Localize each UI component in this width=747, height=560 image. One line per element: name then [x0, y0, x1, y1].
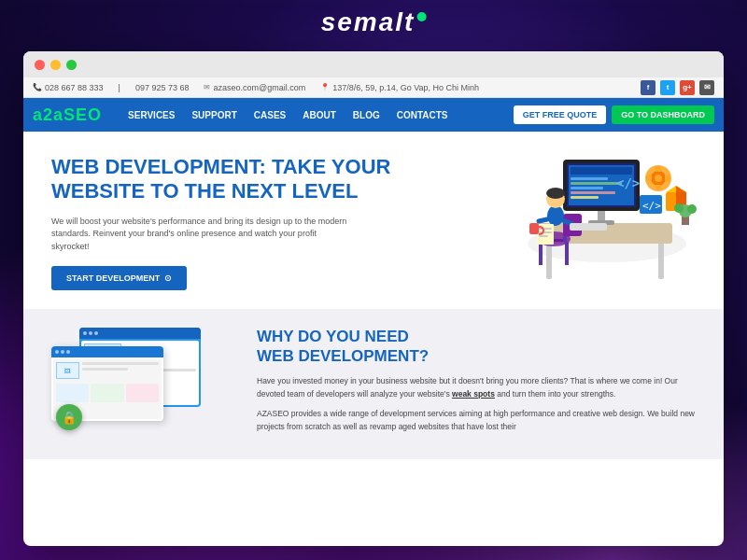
hero-description: We will boost your website's performance… [51, 216, 350, 254]
address-item: 📍 137/8/6, 59, p.14, Go Vap, Ho Chi Minh [320, 83, 479, 92]
logo-text: a2aSEO [33, 105, 102, 124]
svg-rect-14 [571, 196, 599, 199]
start-button-label: START DEVELOPMENT [66, 273, 160, 283]
social-links: f t g+ ✉ [641, 80, 714, 95]
semalt-dot [416, 12, 426, 21]
svg-point-36 [546, 188, 565, 199]
mockup-front-dot3 [66, 350, 70, 354]
mockup-front-dot1 [55, 350, 59, 354]
nav-cases[interactable]: CASES [247, 98, 293, 132]
svg-rect-11 [571, 182, 622, 185]
mockup-stat3 [126, 384, 159, 402]
browser-window: 📞 028 667 88 333 | 097 925 73 68 ✉ azase… [23, 51, 724, 546]
nav-services[interactable]: SERVICES [120, 98, 182, 132]
twitter-icon[interactable]: t [660, 80, 675, 95]
minimize-button[interactable] [50, 60, 61, 70]
location-icon: 📍 [320, 83, 330, 91]
nav-blog[interactable]: BLOG [345, 98, 388, 132]
phone-icon: 📞 [33, 83, 42, 91]
mockup-front-dot2 [61, 350, 64, 354]
hero-title-line1: WEB DEVELOPMENT: TAKE YOUR [51, 155, 390, 178]
svg-rect-45 [539, 228, 552, 230]
mockup-dot2 [89, 331, 92, 335]
nav-buttons: GET FREE QUOTE GO TO DASHBOARD [514, 105, 714, 124]
svg-rect-13 [571, 191, 615, 194]
why-text2: AZASEO provides a wide range of developm… [257, 408, 696, 433]
dashboard-button[interactable]: GO TO DASHBOARD [612, 105, 714, 124]
mockup-line4 [82, 368, 128, 371]
info-bar: 📞 028 667 88 333 | 097 925 73 68 ✉ azase… [23, 77, 724, 98]
email-social-icon[interactable]: ✉ [699, 80, 714, 95]
close-button[interactable] [35, 60, 45, 70]
navbar: a2aSEO SERVICES SUPPORT CASES ABOUT BLOG… [23, 98, 724, 132]
site-logo[interactable]: a2aSEO [33, 105, 102, 125]
mockup-img-placeholder: 🖼 [56, 362, 79, 379]
nav-about[interactable]: ABOUT [295, 98, 344, 132]
svg-rect-31 [565, 242, 569, 265]
hero-section: WEB DEVELOPMENT: TAKE YOUR WEBSITE TO TH… [23, 132, 724, 309]
phone1-text: 028 667 88 333 [45, 83, 104, 92]
why-section: 🖼 🖼 [23, 309, 724, 459]
mockup-stat1 [56, 384, 89, 402]
svg-rect-47 [539, 235, 548, 237]
mockup-line3 [82, 362, 159, 365]
svg-rect-22 [665, 175, 670, 181]
svg-rect-21 [646, 175, 652, 181]
phone1-item: 📞 028 667 88 333 [33, 83, 104, 92]
svg-rect-30 [539, 242, 543, 265]
mockup-front-bar [51, 346, 163, 357]
mockup-back-bar [79, 328, 201, 339]
get-quote-button[interactable]: GET FREE QUOTE [514, 105, 607, 124]
svg-text:</>: </> [642, 200, 661, 212]
mockup-text-area [82, 362, 159, 379]
why-title-line1: WHY DO YOU NEED [257, 328, 409, 345]
hero-title-line2: WEBSITE TO THE NEXT LEVEL [51, 179, 358, 203]
svg-rect-2 [658, 242, 664, 279]
svg-rect-39 [570, 223, 607, 231]
semalt-logo-text: semalt [321, 7, 416, 36]
svg-point-43 [687, 204, 697, 214]
start-development-button[interactable]: START DEVELOPMENT ⊙ [51, 266, 187, 290]
hero-illustration: </> </> [462, 141, 705, 295]
svg-rect-48 [529, 223, 539, 234]
mockup-dot3 [94, 331, 98, 335]
why-title: WHY DO YOU NEED WEB DEVELOPMENT? [257, 328, 696, 366]
nav-links: SERVICES SUPPORT CASES ABOUT BLOG CONTAC… [120, 98, 514, 132]
browser-chrome [23, 51, 724, 77]
divider: | [119, 83, 120, 92]
svg-point-18 [655, 175, 662, 182]
svg-rect-19 [655, 166, 661, 172]
mockup-dot1 [83, 331, 87, 335]
email-item: ✉ azaseo.com@gmail.com [204, 83, 305, 92]
security-icon: 🔒 [56, 404, 82, 430]
svg-rect-9 [571, 167, 632, 175]
svg-rect-20 [655, 185, 661, 190]
desk-svg: </> </> [462, 141, 705, 295]
email-icon: ✉ [204, 83, 210, 91]
svg-rect-12 [571, 187, 603, 189]
facebook-icon[interactable]: f [641, 80, 655, 95]
maximize-button[interactable] [66, 60, 77, 70]
hero-content: WEB DEVELOPMENT: TAKE YOUR WEBSITE TO TH… [51, 155, 406, 290]
phone2-text: 097 925 73 68 [135, 83, 190, 92]
arrow-icon: ⊙ [164, 273, 172, 283]
nav-support[interactable]: SUPPORT [184, 98, 244, 132]
why-illustration: 🖼 🖼 [51, 328, 238, 441]
googleplus-icon[interactable]: g+ [680, 80, 695, 95]
address-text: 137/8/6, 59, p.14, Go Vap, Ho Chi Minh [332, 83, 479, 92]
svg-rect-10 [571, 177, 608, 180]
why-text1: Have you invested money in your business… [257, 375, 696, 400]
mockup-stat2 [91, 384, 123, 402]
nav-contacts[interactable]: CONTACTS [389, 98, 456, 132]
svg-text:</>: </> [616, 175, 640, 190]
svg-point-42 [674, 203, 684, 213]
why-content: WHY DO YOU NEED WEB DEVELOPMENT? Have yo… [257, 328, 696, 441]
svg-rect-46 [539, 231, 552, 233]
svg-rect-1 [546, 242, 552, 279]
semalt-logo: semalt [321, 7, 427, 37]
weak-spots-text: weak spots [452, 389, 495, 399]
email-text: azaseo.com@gmail.com [213, 83, 305, 92]
hero-title: WEB DEVELOPMENT: TAKE YOUR WEBSITE TO TH… [51, 155, 406, 204]
browser-mockup: 🖼 🖼 [51, 328, 201, 430]
phone2-item: 097 925 73 68 [135, 83, 190, 92]
